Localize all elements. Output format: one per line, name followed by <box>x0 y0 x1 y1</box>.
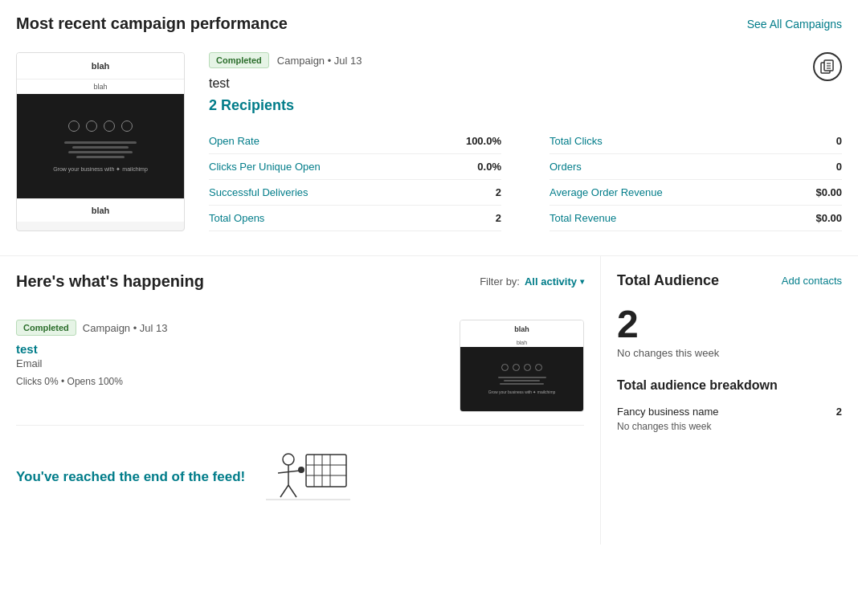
breakdown-sub: No changes this week <box>617 421 842 432</box>
stat-row: Orders0 <box>550 154 842 180</box>
campaign-info: Completed Campaign • Jul 13 test 2 Recip… <box>209 52 842 231</box>
stat-label: Orders <box>550 161 582 173</box>
stat-label: Total Clicks <box>550 135 603 147</box>
page-title: Most recent campaign performance <box>16 14 288 33</box>
add-contacts-link[interactable]: Add contacts <box>782 275 842 287</box>
campaign-detail: blah blah Grow your business with ✦ mail… <box>16 52 842 231</box>
filter-value-text: All activity <box>525 275 577 288</box>
stat-row: Total Revenue$0.00 <box>550 206 842 231</box>
svg-point-5 <box>283 454 294 465</box>
copy-icon-button[interactable] <box>813 52 842 81</box>
audience-count: 2 <box>617 305 842 344</box>
feed-icon-3 <box>524 364 531 371</box>
email-preview-top: blah blah Grow your business with ✦ mail… <box>16 52 185 231</box>
feed-thumb-icons <box>501 364 542 371</box>
stat-row: Average Order Revenue$0.00 <box>550 180 842 206</box>
feed-item-meta: Completed Campaign • Jul 13 <box>16 320 447 336</box>
feed-thumbnail: blah blah Grow your business with ✦ ma <box>460 320 584 412</box>
breakdown-name: Fancy business name <box>617 406 718 418</box>
preview-line-4 <box>76 156 125 158</box>
stat-value: 2 <box>496 186 501 198</box>
feed-item-name[interactable]: test <box>16 342 447 356</box>
preview-blah-bottom: blah <box>17 198 184 222</box>
preview-text-lines <box>64 141 137 158</box>
stat-label: Average Order Revenue <box>550 186 663 198</box>
stat-value: $0.00 <box>815 212 842 224</box>
bottom-section: Here's what's happening Filter by: All a… <box>0 256 858 545</box>
campaign-meta: Completed Campaign • Jul 13 <box>209 52 842 68</box>
preview-line-3 <box>68 151 133 153</box>
svg-rect-11 <box>306 455 346 487</box>
status-badge: Completed <box>209 52 269 68</box>
stats-col-right: Total Clicks0Orders0Average Order Revenu… <box>525 129 842 231</box>
audience-title: Total Audience <box>617 272 719 289</box>
svg-line-8 <box>280 485 288 497</box>
feed-type-date: Campaign • Jul 13 <box>83 322 168 334</box>
feed-title: Here's what's happening <box>16 272 204 291</box>
recipients-count: 2 Recipients <box>209 97 842 114</box>
preview-blah-title: blah <box>17 53 184 80</box>
feed-thumb-dark: Grow your business with ✦ mailchimp <box>460 347 583 411</box>
stat-value: $0.00 <box>815 186 842 198</box>
end-of-feed: You've reached the end of the feed! <box>16 426 584 528</box>
stat-label: Total Revenue <box>550 212 616 224</box>
stat-value: 100.0% <box>466 135 501 147</box>
feed-item-left: Completed Campaign • Jul 13 test Email C… <box>16 320 447 387</box>
feed-item: Completed Campaign • Jul 13 test Email C… <box>16 307 584 426</box>
preview-line-2 <box>72 146 129 149</box>
preview-icons-row <box>68 120 133 132</box>
stat-value: 0.0% <box>477 161 501 173</box>
breakdown-count: 2 <box>836 406 842 418</box>
end-feed-illustration <box>258 445 354 509</box>
feed-icon-1 <box>501 364 509 371</box>
feed-line-2 <box>504 380 540 381</box>
breakdown-row: Fancy business name2 <box>617 406 842 418</box>
stat-value: 2 <box>496 212 501 224</box>
stat-label: Total Opens <box>209 212 264 224</box>
feed-mailchimp-text: Grow your business with ✦ mailchimp <box>488 390 556 394</box>
preview-line-1 <box>64 141 137 144</box>
mailchimp-logo: Grow your business with ✦ mailchimp <box>53 166 148 173</box>
feed-column: Here's what's happening Filter by: All a… <box>0 256 601 545</box>
feed-thumb-blah-top: blah <box>460 320 583 338</box>
preview-icon-1 <box>68 120 80 132</box>
stat-label: Clicks Per Unique Open <box>209 161 321 173</box>
stat-row: Clicks Per Unique Open0.0% <box>209 154 501 180</box>
campaign-name: test <box>209 76 842 91</box>
preview-blah-small: blah <box>17 80 184 94</box>
breakdown-title: Total audience breakdown <box>617 378 842 393</box>
stat-row: Successful Deliveries2 <box>209 180 501 206</box>
breakdown-item: Fancy business name2No changes this week <box>617 406 842 432</box>
feed-icon-4 <box>535 364 542 371</box>
svg-line-9 <box>288 485 296 497</box>
stat-label: Open Rate <box>209 135 259 147</box>
feed-header: Here's what's happening Filter by: All a… <box>16 272 584 291</box>
breakdown-list: Fancy business name2No changes this week <box>617 406 842 432</box>
see-all-campaigns-link[interactable]: See All Campaigns <box>747 18 842 31</box>
end-feed-text: You've reached the end of the feed! <box>16 469 245 485</box>
filter-label: Filter by: <box>480 275 520 288</box>
campaign-type-date: Campaign • Jul 13 <box>277 55 362 67</box>
preview-icon-2 <box>86 120 97 132</box>
chevron-down-icon: ▾ <box>580 277 584 286</box>
audience-column: Total Audience Add contacts 2 No changes… <box>601 256 858 545</box>
stat-row: Open Rate100.0% <box>209 129 501 154</box>
feed-line-1 <box>498 377 546 378</box>
feed-item-stats: Clicks 0% • Opens 100% <box>16 376 447 387</box>
top-header: Most recent campaign performance See All… <box>16 14 842 33</box>
svg-point-10 <box>298 467 304 473</box>
feed-thumb-blah-small: blah <box>460 338 583 347</box>
feed-icon-2 <box>513 364 520 371</box>
copy-icon <box>820 59 835 74</box>
feed-status-badge: Completed <box>16 320 76 336</box>
top-section: Most recent campaign performance See All… <box>0 0 858 256</box>
feed-thumb-lines <box>498 377 546 385</box>
stat-label: Successful Deliveries <box>209 186 308 198</box>
filter-by: Filter by: All activity ▾ <box>480 275 584 288</box>
filter-dropdown[interactable]: All activity ▾ <box>525 275 584 288</box>
stat-value: 0 <box>836 135 842 147</box>
preview-dark-block: Grow your business with ✦ mailchimp <box>17 94 184 198</box>
stat-row: Total Clicks0 <box>550 129 842 154</box>
feed-line-3 <box>500 383 544 385</box>
stats-col-left: Open Rate100.0%Clicks Per Unique Open0.0… <box>209 129 525 231</box>
